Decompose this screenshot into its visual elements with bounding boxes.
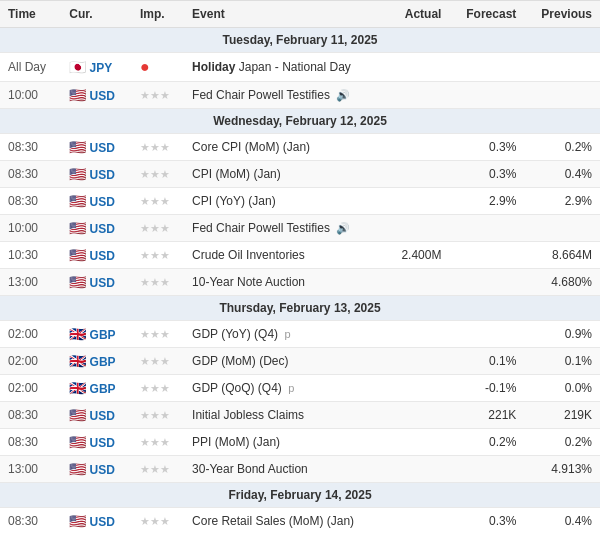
event-cell: GDP (QoQ) (Q4) p <box>184 375 386 402</box>
forecast-cell <box>449 215 524 242</box>
currency-cell: 🇺🇸 USD <box>61 456 132 483</box>
country-flag: 🇺🇸 <box>69 461 86 477</box>
previous-cell: 8.664M <box>524 242 600 269</box>
forecast-cell <box>449 53 524 82</box>
actual-cell <box>386 161 450 188</box>
importance-stars: ★★★ <box>140 463 170 475</box>
currency-cell: 🇬🇧 GBP <box>61 321 132 348</box>
currency-code: USD <box>90 463 115 477</box>
actual-cell <box>386 429 450 456</box>
currency-cell: 🇬🇧 GBP <box>61 375 132 402</box>
importance-stars: ★★★ <box>140 355 170 367</box>
actual-cell <box>386 456 450 483</box>
table-row: 10:00 🇺🇸 USD ★★★ Fed Chair Powell Testif… <box>0 82 600 109</box>
importance-cell: ★★★ <box>132 134 184 161</box>
event-cell: Fed Chair Powell Testifies 🔊 <box>184 215 386 242</box>
col-header-forecast: Forecast <box>449 1 524 28</box>
importance-stars: ★★★ <box>140 141 170 153</box>
time-cell: 10:30 <box>0 242 61 269</box>
table-row: 08:30 🇺🇸 USD ★★★ CPI (MoM) (Jan) 0.3% 0.… <box>0 161 600 188</box>
currency-cell: 🇺🇸 USD <box>61 215 132 242</box>
importance-stars: ★★★ <box>140 328 170 340</box>
event-label: PPI (MoM) (Jan) <box>192 435 280 449</box>
event-label: Core CPI (MoM) (Jan) <box>192 140 310 154</box>
currency-cell: 🇺🇸 USD <box>61 402 132 429</box>
currency-code: USD <box>90 141 115 155</box>
actual-cell <box>386 53 450 82</box>
importance-cell: ★★★ <box>132 161 184 188</box>
event-cell: CPI (MoM) (Jan) <box>184 161 386 188</box>
table-row: 08:30 🇺🇸 USD ★★★ CPI (YoY) (Jan) 2.9% 2.… <box>0 188 600 215</box>
actual-cell <box>386 215 450 242</box>
event-label: GDP (YoY) (Q4) <box>192 327 278 341</box>
event-cell: Core Retail Sales (MoM) (Jan) <box>184 508 386 535</box>
importance-stars: ★★★ <box>140 249 170 261</box>
event-label: Core Retail Sales (MoM) (Jan) <box>192 514 354 528</box>
importance-cell: ★★★ <box>132 215 184 242</box>
section-header-row: Thursday, February 13, 2025 <box>0 296 600 321</box>
importance-stars: ★★★ <box>140 195 170 207</box>
currency-code: USD <box>90 195 115 209</box>
country-flag: 🇺🇸 <box>69 247 86 263</box>
table-row: All Day 🇯🇵 JPY ● Holiday Japan - Nationa… <box>0 53 600 82</box>
time-cell: 13:00 <box>0 269 61 296</box>
currency-code: USD <box>90 436 115 450</box>
table-row: 02:00 🇬🇧 GBP ★★★ GDP (YoY) (Q4) p 0.9% <box>0 321 600 348</box>
country-flag: 🇺🇸 <box>69 220 86 236</box>
table-row: 13:00 🇺🇸 USD ★★★ 30-Year Bond Auction 4.… <box>0 456 600 483</box>
country-flag: 🇯🇵 <box>69 59 86 75</box>
forecast-cell <box>449 269 524 296</box>
event-cell: GDP (YoY) (Q4) p <box>184 321 386 348</box>
forecast-cell: 2.9% <box>449 188 524 215</box>
forecast-cell: 0.2% <box>449 429 524 456</box>
currency-code: JPY <box>90 61 113 75</box>
country-flag: 🇺🇸 <box>69 193 86 209</box>
event-label: CPI (YoY) (Jan) <box>192 194 276 208</box>
importance-stars: ★★★ <box>140 89 170 101</box>
time-cell: 08:30 <box>0 134 61 161</box>
currency-cell: 🇺🇸 USD <box>61 161 132 188</box>
forecast-cell <box>449 242 524 269</box>
sound-icon: 🔊 <box>336 89 350 101</box>
currency-cell: 🇬🇧 GBP <box>61 348 132 375</box>
event-label: Initial Jobless Claims <box>192 408 304 422</box>
currency-code: USD <box>90 409 115 423</box>
col-header-importance: Imp. <box>132 1 184 28</box>
forecast-cell: 0.3% <box>449 508 524 535</box>
section-title: Wednesday, February 12, 2025 <box>0 109 600 134</box>
previous-cell: 0.4% <box>524 508 600 535</box>
event-label: CPI (MoM) (Jan) <box>192 167 281 181</box>
sound-icon: 🔊 <box>336 222 350 234</box>
previous-cell: 4.913% <box>524 456 600 483</box>
event-label: GDP (MoM) (Dec) <box>192 354 288 368</box>
time-cell: 10:00 <box>0 215 61 242</box>
importance-cell: ★★★ <box>132 269 184 296</box>
section-title: Thursday, February 13, 2025 <box>0 296 600 321</box>
importance-cell: ● <box>132 53 184 82</box>
event-cell: GDP (MoM) (Dec) <box>184 348 386 375</box>
previous-cell: 4.680% <box>524 269 600 296</box>
country-flag: 🇺🇸 <box>69 166 86 182</box>
importance-cell: ★★★ <box>132 242 184 269</box>
currency-cell: 🇺🇸 USD <box>61 242 132 269</box>
previous-cell <box>524 82 600 109</box>
section-title: Tuesday, February 11, 2025 <box>0 28 600 53</box>
pending-icon: p <box>284 328 290 340</box>
previous-cell: 0.9% <box>524 321 600 348</box>
economic-calendar-table: Time Cur. Imp. Event Actual Forecast Pre… <box>0 0 600 534</box>
currency-code: GBP <box>90 355 116 369</box>
actual-cell <box>386 188 450 215</box>
currency-cell: 🇺🇸 USD <box>61 508 132 535</box>
actual-cell <box>386 402 450 429</box>
time-cell: 02:00 <box>0 321 61 348</box>
time-cell: 02:00 <box>0 348 61 375</box>
event-label: Holiday <box>192 60 235 74</box>
event-cell: CPI (YoY) (Jan) <box>184 188 386 215</box>
event-cell: Holiday Japan - National Day <box>184 53 386 82</box>
col-header-actual: Actual <box>386 1 450 28</box>
previous-cell: 0.2% <box>524 134 600 161</box>
event-label: Crude Oil Inventories <box>192 248 305 262</box>
country-flag: 🇺🇸 <box>69 407 86 423</box>
col-header-currency: Cur. <box>61 1 132 28</box>
table-row: 08:30 🇺🇸 USD ★★★ Core CPI (MoM) (Jan) 0.… <box>0 134 600 161</box>
